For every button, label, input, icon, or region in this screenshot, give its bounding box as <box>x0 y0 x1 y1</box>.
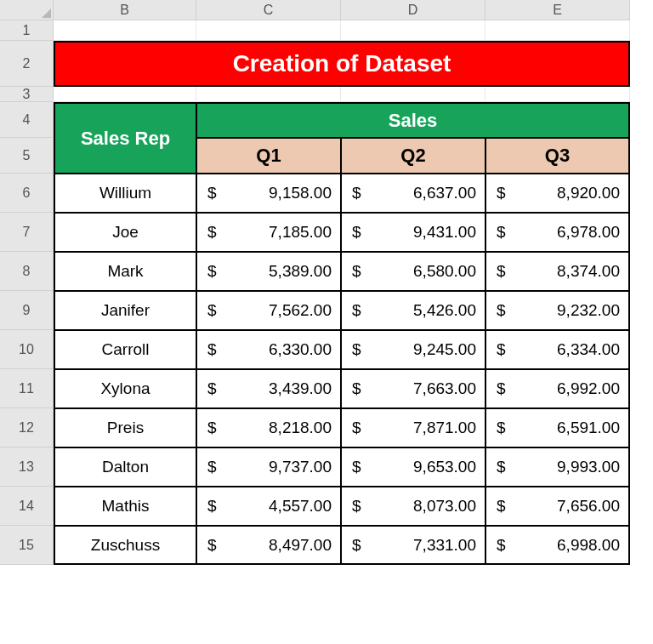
amount: 4,557.00 <box>269 497 332 516</box>
cell[interactable] <box>54 20 196 41</box>
currency-symbol: $ <box>207 184 217 202</box>
money-cell[interactable]: $5,389.00 <box>196 252 341 291</box>
money-cell[interactable]: $7,663.00 <box>341 369 485 408</box>
currency-symbol: $ <box>497 223 506 242</box>
amount: 7,185.00 <box>269 223 332 242</box>
amount: 7,871.00 <box>413 419 476 437</box>
col-header-D[interactable]: D <box>341 0 485 20</box>
title-cell[interactable]: Creation of Dataset <box>54 41 630 87</box>
currency-symbol: $ <box>497 379 506 398</box>
col-header-B[interactable]: B <box>54 0 196 20</box>
row-header-4[interactable]: 4 <box>0 102 54 138</box>
col-header-E[interactable]: E <box>485 0 630 20</box>
row-header-11[interactable]: 11 <box>0 369 54 408</box>
money-cell[interactable]: $7,656.00 <box>485 487 630 526</box>
amount: 6,992.00 <box>557 379 620 398</box>
row-header-15[interactable]: 15 <box>0 526 54 565</box>
cell[interactable] <box>341 20 485 41</box>
money-cell[interactable]: $6,591.00 <box>485 408 630 447</box>
col-header-C[interactable]: C <box>196 0 341 20</box>
cell[interactable] <box>196 20 341 41</box>
row-header-12[interactable]: 12 <box>0 408 54 447</box>
amount: 6,978.00 <box>557 223 620 242</box>
money-cell[interactable]: $6,580.00 <box>341 252 485 291</box>
amount: 6,998.00 <box>557 536 620 555</box>
header-q3[interactable]: Q3 <box>485 138 630 174</box>
money-cell[interactable]: $6,330.00 <box>196 330 341 369</box>
money-cell[interactable]: $6,998.00 <box>485 526 630 565</box>
row-header-14[interactable]: 14 <box>0 487 54 526</box>
money-cell[interactable]: $9,431.00 <box>341 213 485 252</box>
row-header-2[interactable]: 2 <box>0 41 54 87</box>
money-cell[interactable]: $6,334.00 <box>485 330 630 369</box>
money-cell[interactable]: $8,218.00 <box>196 408 341 447</box>
currency-symbol: $ <box>207 223 217 242</box>
money-cell[interactable]: $7,562.00 <box>196 291 341 330</box>
row-header-3[interactable]: 3 <box>0 87 54 102</box>
money-cell[interactable]: $8,920.00 <box>485 174 630 213</box>
header-q1[interactable]: Q1 <box>196 138 341 174</box>
rep-cell[interactable]: Dalton <box>54 447 196 487</box>
amount: 8,374.00 <box>557 262 620 281</box>
cell[interactable] <box>341 87 485 102</box>
cell[interactable] <box>485 20 630 41</box>
money-cell[interactable]: $9,232.00 <box>485 291 630 330</box>
money-cell[interactable]: $9,158.00 <box>196 174 341 213</box>
cell[interactable] <box>54 87 196 102</box>
money-cell[interactable]: $3,439.00 <box>196 369 341 408</box>
row-header-1[interactable]: 1 <box>0 20 54 41</box>
amount: 8,073.00 <box>413 497 476 516</box>
currency-symbol: $ <box>352 223 361 242</box>
header-q2[interactable]: Q2 <box>341 138 485 174</box>
cell[interactable] <box>196 87 341 102</box>
rep-cell[interactable]: Preis <box>54 408 196 447</box>
rep-cell[interactable]: Zuschuss <box>54 526 196 565</box>
row-header-13[interactable]: 13 <box>0 447 54 487</box>
money-cell[interactable]: $9,737.00 <box>196 447 341 487</box>
rep-cell[interactable]: Joe <box>54 213 196 252</box>
rep-cell[interactable]: Janifer <box>54 291 196 330</box>
money-cell[interactable]: $5,426.00 <box>341 291 485 330</box>
rep-cell[interactable]: Carroll <box>54 330 196 369</box>
currency-symbol: $ <box>497 184 506 202</box>
money-cell[interactable]: $7,871.00 <box>341 408 485 447</box>
money-cell[interactable]: $8,497.00 <box>196 526 341 565</box>
money-cell[interactable]: $6,637.00 <box>341 174 485 213</box>
money-cell[interactable]: $9,245.00 <box>341 330 485 369</box>
money-cell[interactable]: $6,978.00 <box>485 213 630 252</box>
header-sales-rep[interactable]: Sales Rep <box>54 102 196 174</box>
rep-cell[interactable]: Mark <box>54 252 196 291</box>
row-header-6[interactable]: 6 <box>0 174 54 213</box>
amount: 3,439.00 <box>269 379 332 398</box>
money-cell[interactable]: $8,073.00 <box>341 487 485 526</box>
money-cell[interactable]: $4,557.00 <box>196 487 341 526</box>
money-cell[interactable]: $7,331.00 <box>341 526 485 565</box>
currency-symbol: $ <box>207 536 217 555</box>
currency-symbol: $ <box>497 419 506 437</box>
amount: 6,330.00 <box>269 340 332 359</box>
rep-cell[interactable]: Xylona <box>54 369 196 408</box>
amount: 8,497.00 <box>269 536 332 555</box>
money-cell[interactable]: $9,993.00 <box>485 447 630 487</box>
row-header-5[interactable]: 5 <box>0 138 54 174</box>
currency-symbol: $ <box>207 379 217 398</box>
currency-symbol: $ <box>497 301 506 320</box>
rep-cell[interactable]: Willium <box>54 174 196 213</box>
row-header-8[interactable]: 8 <box>0 252 54 291</box>
currency-symbol: $ <box>352 379 361 398</box>
currency-symbol: $ <box>352 536 361 555</box>
amount: 8,218.00 <box>269 419 332 437</box>
money-cell[interactable]: $7,185.00 <box>196 213 341 252</box>
amount: 9,245.00 <box>413 340 476 359</box>
header-sales[interactable]: Sales <box>196 102 630 138</box>
row-header-10[interactable]: 10 <box>0 330 54 369</box>
rep-cell[interactable]: Mathis <box>54 487 196 526</box>
cell[interactable] <box>485 87 630 102</box>
money-cell[interactable]: $8,374.00 <box>485 252 630 291</box>
row-header-9[interactable]: 9 <box>0 291 54 330</box>
money-cell[interactable]: $6,992.00 <box>485 369 630 408</box>
select-all-corner[interactable] <box>0 0 54 20</box>
money-cell[interactable]: $9,653.00 <box>341 447 485 487</box>
amount: 6,591.00 <box>557 419 620 437</box>
row-header-7[interactable]: 7 <box>0 213 54 252</box>
